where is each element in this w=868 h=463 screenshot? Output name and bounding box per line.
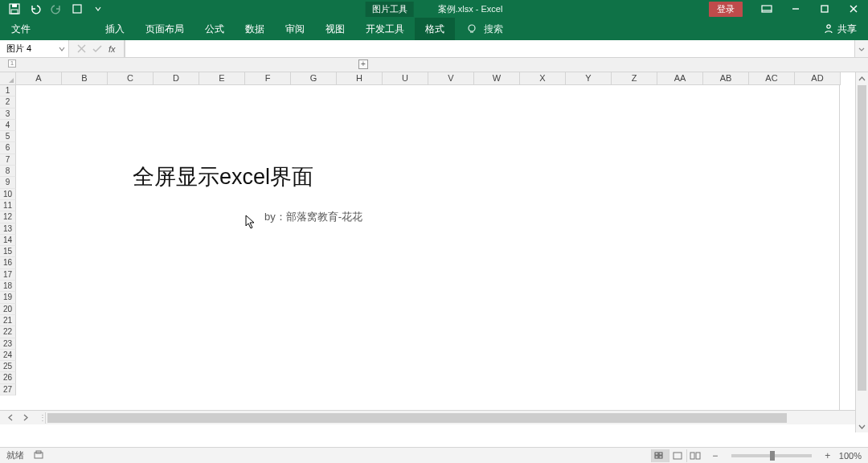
select-all-triangle[interactable] [0, 72, 16, 85]
login-button[interactable]: 登录 [709, 2, 743, 17]
column-header[interactable]: C [108, 72, 154, 85]
qat-customize-icon[interactable] [71, 2, 84, 15]
row-header[interactable]: 15 [0, 246, 16, 257]
share-button[interactable]: 共享 [823, 23, 868, 36]
column-header[interactable]: AA [657, 72, 703, 85]
name-box[interactable]: 图片 4 [0, 40, 69, 57]
column-header[interactable]: A [16, 72, 62, 85]
add-group-box[interactable]: + [358, 59, 368, 69]
grid-right-edge [839, 85, 840, 410]
tab-view[interactable]: 视图 [315, 18, 355, 40]
formula-input[interactable] [125, 40, 855, 57]
row-header[interactable]: 14 [0, 235, 16, 246]
tab-review[interactable]: 审阅 [275, 18, 315, 40]
row-header[interactable]: 23 [0, 338, 16, 350]
zoom-thumb[interactable] [770, 451, 775, 461]
column-header[interactable]: B [62, 72, 108, 85]
close-icon[interactable] [839, 0, 868, 18]
row-header[interactable]: 9 [0, 177, 16, 188]
sheet-nav-prev-icon[interactable] [5, 412, 16, 424]
column-header[interactable]: Z [612, 72, 657, 85]
column-header[interactable]: E [199, 72, 245, 85]
column-header[interactable]: Y [566, 72, 612, 85]
vertical-scrollbar[interactable] [855, 72, 868, 432]
page-layout-view-icon[interactable] [669, 449, 686, 462]
row-header[interactable]: 6 [0, 142, 16, 154]
column-header[interactable]: X [520, 72, 566, 85]
tab-developer[interactable]: 开发工具 [355, 18, 415, 40]
row-header[interactable]: 19 [0, 292, 16, 303]
tab-data[interactable]: 数据 [235, 18, 275, 40]
undo-icon[interactable] [29, 2, 42, 15]
name-box-dropdown-icon[interactable] [59, 44, 65, 54]
row-header[interactable]: 18 [0, 281, 16, 292]
row-header[interactable]: 1 [0, 85, 16, 96]
column-header[interactable]: W [474, 72, 520, 85]
sheet-nav-next-icon[interactable] [19, 412, 31, 424]
row-header[interactable]: 3 [0, 109, 16, 120]
tab-file[interactable]: 文件 [0, 18, 47, 40]
ribbon-display-options-icon[interactable] [752, 0, 781, 18]
zoom-in-button[interactable]: + [823, 450, 833, 461]
hscroll-thumb[interactable] [47, 413, 787, 423]
row-header[interactable]: 4 [0, 120, 16, 131]
column-header[interactable]: V [428, 72, 474, 85]
tab-page-layout[interactable]: 页面布局 [135, 18, 194, 40]
normal-view-icon[interactable] [651, 449, 669, 462]
column-header[interactable]: H [337, 72, 383, 85]
column-header[interactable]: G [291, 72, 337, 85]
row-header[interactable]: 24 [0, 350, 16, 361]
status-ready: 就绪 [6, 449, 24, 461]
row-header[interactable]: 2 [0, 96, 16, 108]
column-header[interactable]: U [383, 72, 428, 85]
row-header[interactable]: 22 [0, 326, 16, 338]
fx-icon[interactable]: fx [108, 44, 116, 54]
scroll-down-icon[interactable] [856, 420, 868, 432]
tab-format[interactable]: 格式 [415, 18, 455, 40]
column-header[interactable]: D [154, 72, 199, 85]
worksheet-grid[interactable]: ABCDEFGHUVWXYZAAABACAD 12345678910111213… [0, 72, 868, 410]
column-header[interactable]: AB [703, 72, 749, 85]
save-icon[interactable] [8, 2, 21, 15]
maximize-icon[interactable] [810, 0, 839, 18]
row-header[interactable]: 16 [0, 257, 16, 268]
redo-icon[interactable] [50, 2, 63, 15]
hscroll-track[interactable] [45, 412, 852, 424]
tell-me-search[interactable]: 搜索 [466, 23, 503, 36]
group-box-1[interactable]: 1 [8, 59, 16, 68]
row-header[interactable]: 20 [0, 304, 16, 315]
row-header[interactable]: 25 [0, 361, 16, 372]
formula-bar-expand-icon[interactable] [855, 40, 868, 57]
macro-record-icon[interactable] [34, 450, 43, 461]
column-header[interactable]: AD [795, 72, 841, 85]
scroll-up-icon[interactable] [856, 72, 868, 85]
tab-insert[interactable]: 插入 [95, 18, 135, 40]
qat-dropdown-icon[interactable] [92, 2, 104, 15]
vscroll-track[interactable] [856, 85, 868, 420]
row-header[interactable]: 5 [0, 131, 16, 142]
row-header[interactable]: 21 [0, 315, 16, 326]
zoom-slider[interactable] [731, 454, 812, 457]
zoom-level[interactable]: 100% [839, 451, 862, 461]
tab-formulas[interactable]: 公式 [194, 18, 235, 40]
column-header[interactable]: F [245, 72, 291, 85]
status-bar: 就绪 − + 100% [0, 447, 868, 463]
row-header[interactable]: 11 [0, 200, 16, 211]
row-header[interactable]: 8 [0, 166, 16, 177]
page-break-view-icon[interactable] [686, 449, 704, 462]
search-label: 搜索 [484, 23, 503, 36]
row-header[interactable]: 12 [0, 211, 16, 223]
cells-area[interactable]: 全屏显示excel界面 by：部落窝教育-花花 [16, 85, 868, 410]
minimize-icon[interactable] [781, 0, 810, 18]
row-header[interactable]: 17 [0, 269, 16, 281]
zoom-out-button[interactable]: − [710, 450, 720, 461]
column-header[interactable]: AC [749, 72, 795, 85]
quick-access-toolbar [0, 2, 104, 15]
row-header[interactable]: 26 [0, 372, 16, 383]
row-header[interactable]: 7 [0, 154, 16, 166]
row-header[interactable]: 13 [0, 223, 16, 235]
image-title-text: 全屏显示excel界面 [133, 162, 313, 191]
vscroll-thumb[interactable] [858, 85, 866, 391]
row-header[interactable]: 10 [0, 189, 16, 200]
row-header[interactable]: 27 [0, 384, 16, 395]
